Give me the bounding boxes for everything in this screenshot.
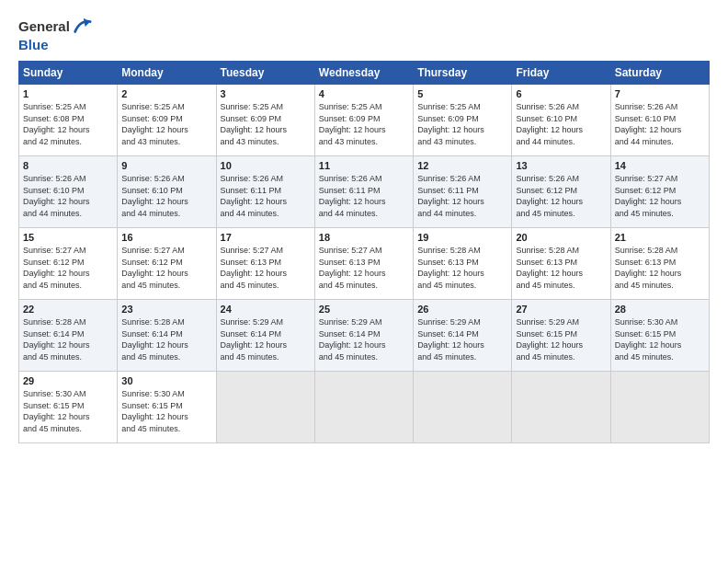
day-cell — [314, 372, 413, 443]
day-info: Sunrise: 5:26 AM Sunset: 6:11 PM Dayligh… — [417, 173, 507, 219]
day-number: 10 — [221, 160, 311, 171]
week-row-4: 22Sunrise: 5:28 AM Sunset: 6:14 PM Dayli… — [19, 300, 710, 372]
day-cell: 18Sunrise: 5:27 AM Sunset: 6:13 PM Dayli… — [314, 228, 413, 300]
week-row-2: 8Sunrise: 5:26 AM Sunset: 6:10 PM Daylig… — [19, 156, 710, 228]
day-info: Sunrise: 5:27 AM Sunset: 6:13 PM Dayligh… — [319, 245, 409, 291]
day-cell — [414, 372, 512, 443]
day-cell: 29Sunrise: 5:30 AM Sunset: 6:15 PM Dayli… — [19, 372, 118, 443]
day-cell: 12Sunrise: 5:26 AM Sunset: 6:11 PM Dayli… — [414, 156, 512, 228]
day-info: Sunrise: 5:27 AM Sunset: 6:12 PM Dayligh… — [121, 245, 211, 291]
day-cell: 7Sunrise: 5:26 AM Sunset: 6:10 PM Daylig… — [610, 85, 709, 156]
col-header-wednesday: Wednesday — [314, 62, 413, 85]
day-info: Sunrise: 5:26 AM Sunset: 6:10 PM Dayligh… — [23, 173, 113, 219]
col-header-thursday: Thursday — [414, 62, 512, 85]
day-info: Sunrise: 5:26 AM Sunset: 6:11 PM Dayligh… — [221, 173, 311, 219]
day-number: 8 — [23, 160, 113, 171]
col-header-friday: Friday — [512, 62, 610, 85]
day-cell: 15Sunrise: 5:27 AM Sunset: 6:12 PM Dayli… — [19, 228, 118, 300]
day-cell: 26Sunrise: 5:29 AM Sunset: 6:14 PM Dayli… — [414, 300, 512, 372]
week-row-5: 29Sunrise: 5:30 AM Sunset: 6:15 PM Dayli… — [19, 372, 710, 443]
day-info: Sunrise: 5:25 AM Sunset: 6:09 PM Dayligh… — [221, 101, 311, 147]
day-info: Sunrise: 5:26 AM Sunset: 6:10 PM Dayligh… — [516, 101, 606, 147]
col-header-sunday: Sunday — [19, 62, 118, 85]
day-info: Sunrise: 5:26 AM Sunset: 6:10 PM Dayligh… — [615, 101, 705, 147]
day-number: 20 — [516, 232, 606, 243]
day-number: 25 — [319, 304, 409, 315]
day-info: Sunrise: 5:29 AM Sunset: 6:14 PM Dayligh… — [319, 316, 409, 362]
day-number: 26 — [417, 304, 507, 315]
week-row-3: 15Sunrise: 5:27 AM Sunset: 6:12 PM Dayli… — [19, 228, 710, 300]
day-info: Sunrise: 5:26 AM Sunset: 6:12 PM Dayligh… — [516, 173, 606, 219]
day-number: 21 — [615, 232, 705, 243]
day-info: Sunrise: 5:28 AM Sunset: 6:13 PM Dayligh… — [417, 245, 507, 291]
day-number: 3 — [221, 88, 311, 99]
day-cell: 20Sunrise: 5:28 AM Sunset: 6:13 PM Dayli… — [512, 228, 610, 300]
day-info: Sunrise: 5:30 AM Sunset: 6:15 PM Dayligh… — [23, 388, 113, 434]
day-cell: 22Sunrise: 5:28 AM Sunset: 6:14 PM Dayli… — [19, 300, 118, 372]
day-cell: 25Sunrise: 5:29 AM Sunset: 6:14 PM Dayli… — [314, 300, 413, 372]
day-info: Sunrise: 5:30 AM Sunset: 6:15 PM Dayligh… — [615, 316, 705, 362]
day-number: 14 — [615, 160, 705, 171]
day-cell — [216, 372, 314, 443]
day-number: 9 — [121, 160, 211, 171]
day-cell: 3Sunrise: 5:25 AM Sunset: 6:09 PM Daylig… — [216, 85, 314, 156]
day-info: Sunrise: 5:29 AM Sunset: 6:14 PM Dayligh… — [221, 316, 311, 362]
day-cell: 2Sunrise: 5:25 AM Sunset: 6:09 PM Daylig… — [118, 85, 216, 156]
day-number: 5 — [417, 88, 507, 99]
day-cell: 5Sunrise: 5:25 AM Sunset: 6:09 PM Daylig… — [414, 85, 512, 156]
logo-icon — [72, 17, 92, 37]
day-number: 23 — [121, 304, 211, 315]
day-number: 7 — [615, 88, 705, 99]
day-number: 19 — [417, 232, 507, 243]
day-info: Sunrise: 5:27 AM Sunset: 6:12 PM Dayligh… — [615, 173, 705, 219]
day-cell — [610, 372, 709, 443]
day-number: 6 — [516, 88, 606, 99]
day-number: 16 — [121, 232, 211, 243]
day-number: 29 — [23, 375, 113, 386]
day-info: Sunrise: 5:29 AM Sunset: 6:14 PM Dayligh… — [417, 316, 507, 362]
day-info: Sunrise: 5:28 AM Sunset: 6:13 PM Dayligh… — [615, 245, 705, 291]
day-info: Sunrise: 5:25 AM Sunset: 6:09 PM Dayligh… — [319, 101, 409, 147]
logo-text-general: General — [18, 19, 70, 35]
logo: General Blue — [18, 17, 92, 53]
day-info: Sunrise: 5:27 AM Sunset: 6:12 PM Dayligh… — [23, 245, 113, 291]
day-number: 28 — [615, 304, 705, 315]
col-header-saturday: Saturday — [610, 62, 709, 85]
day-number: 15 — [23, 232, 113, 243]
logo-text-blue: Blue — [18, 37, 49, 52]
day-info: Sunrise: 5:26 AM Sunset: 6:10 PM Dayligh… — [121, 173, 211, 219]
day-number: 17 — [221, 232, 311, 243]
col-header-monday: Monday — [118, 62, 216, 85]
day-cell — [512, 372, 610, 443]
day-number: 27 — [516, 304, 606, 315]
day-number: 12 — [417, 160, 507, 171]
day-info: Sunrise: 5:28 AM Sunset: 6:14 PM Dayligh… — [23, 316, 113, 362]
day-number: 18 — [319, 232, 409, 243]
day-cell: 17Sunrise: 5:27 AM Sunset: 6:13 PM Dayli… — [216, 228, 314, 300]
day-number: 13 — [516, 160, 606, 171]
day-cell: 28Sunrise: 5:30 AM Sunset: 6:15 PM Dayli… — [610, 300, 709, 372]
day-cell: 1Sunrise: 5:25 AM Sunset: 6:08 PM Daylig… — [19, 85, 118, 156]
week-row-1: 1Sunrise: 5:25 AM Sunset: 6:08 PM Daylig… — [19, 85, 710, 156]
day-cell: 21Sunrise: 5:28 AM Sunset: 6:13 PM Dayli… — [610, 228, 709, 300]
day-number: 1 — [23, 88, 113, 99]
day-cell: 16Sunrise: 5:27 AM Sunset: 6:12 PM Dayli… — [118, 228, 216, 300]
day-number: 11 — [319, 160, 409, 171]
day-cell: 23Sunrise: 5:28 AM Sunset: 6:14 PM Dayli… — [118, 300, 216, 372]
day-cell: 30Sunrise: 5:30 AM Sunset: 6:15 PM Dayli… — [118, 372, 216, 443]
day-number: 24 — [221, 304, 311, 315]
header: General Blue — [18, 17, 710, 53]
day-info: Sunrise: 5:25 AM Sunset: 6:09 PM Dayligh… — [121, 101, 211, 147]
day-cell: 13Sunrise: 5:26 AM Sunset: 6:12 PM Dayli… — [512, 156, 610, 228]
day-info: Sunrise: 5:28 AM Sunset: 6:14 PM Dayligh… — [121, 316, 211, 362]
day-cell: 24Sunrise: 5:29 AM Sunset: 6:14 PM Dayli… — [216, 300, 314, 372]
day-info: Sunrise: 5:26 AM Sunset: 6:11 PM Dayligh… — [319, 173, 409, 219]
day-cell: 6Sunrise: 5:26 AM Sunset: 6:10 PM Daylig… — [512, 85, 610, 156]
day-cell: 14Sunrise: 5:27 AM Sunset: 6:12 PM Dayli… — [610, 156, 709, 228]
day-cell: 19Sunrise: 5:28 AM Sunset: 6:13 PM Dayli… — [414, 228, 512, 300]
day-info: Sunrise: 5:25 AM Sunset: 6:09 PM Dayligh… — [417, 101, 507, 147]
day-number: 22 — [23, 304, 113, 315]
day-info: Sunrise: 5:30 AM Sunset: 6:15 PM Dayligh… — [121, 388, 211, 434]
day-cell: 27Sunrise: 5:29 AM Sunset: 6:15 PM Dayli… — [512, 300, 610, 372]
day-info: Sunrise: 5:29 AM Sunset: 6:15 PM Dayligh… — [516, 316, 606, 362]
